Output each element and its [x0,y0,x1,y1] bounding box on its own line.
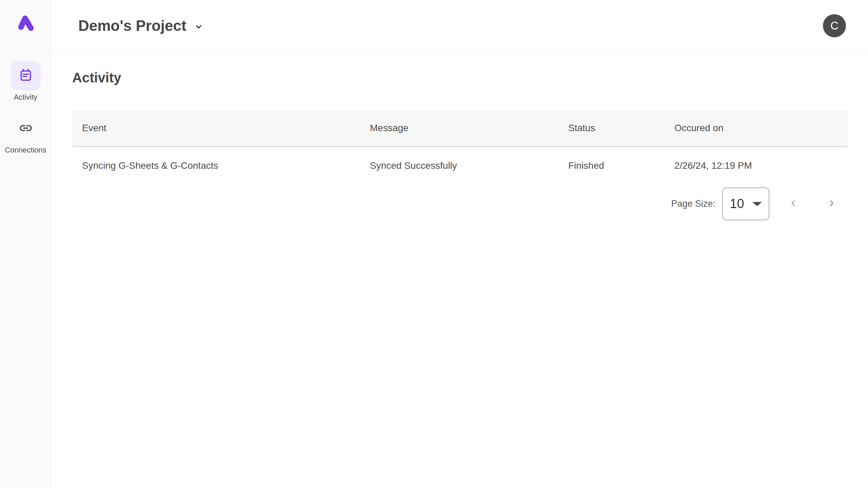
page-size-label: Page Size: [671,199,715,209]
previous-page-button[interactable] [785,196,801,212]
chevron-down-icon [194,22,203,32]
sidebar-item-connections[interactable]: Connections [5,114,46,155]
column-header-occurred-on: Occured on [674,123,848,134]
column-header-status: Status [568,123,674,134]
row-occurred-on: 2/26/24, 12:19 PM [674,160,848,171]
page-size-select[interactable]: 10 [722,187,769,220]
user-avatar[interactable]: C [823,14,846,37]
page-size-value: 10 [730,197,744,211]
sidebar: Activity Connections [0,0,52,488]
chevron-left-icon [788,198,798,209]
pagination-bar: Page Size: 10 [72,187,848,220]
dropdown-caret-icon [752,202,762,206]
link-icon [19,121,33,137]
main-content: Activity Event Message Status Occured on… [52,52,868,220]
app-logo-caret-icon [17,14,35,33]
chevron-right-icon [827,198,837,209]
connections-tile [11,114,41,143]
app-logo[interactable] [17,15,35,33]
activity-table: Event Message Status Occured on Syncing … [72,110,848,184]
sidebar-item-label: Activity [14,93,38,102]
column-header-event: Event [72,123,370,134]
project-title: Demo's Project [78,17,186,34]
table-header-row: Event Message Status Occured on [72,110,848,147]
project-switcher[interactable]: Demo's Project [78,17,203,34]
table-row: Syncing G-Sheets & G-Contacts Synced Suc… [72,147,848,184]
column-header-message: Message [370,123,568,134]
page-title: Activity [72,70,848,85]
top-header: Demo's Project C [52,0,868,52]
row-status: Finished [568,160,674,171]
next-page-button[interactable] [824,196,840,212]
avatar-initial: C [830,19,839,32]
sidebar-item-activity[interactable]: Activity [11,61,41,102]
row-message: Synced Successfully [370,160,568,171]
row-event: Syncing G-Sheets & G-Contacts [72,160,370,171]
sidebar-item-label: Connections [5,146,46,155]
calendar-icon [18,67,34,84]
activity-tile [11,61,41,90]
